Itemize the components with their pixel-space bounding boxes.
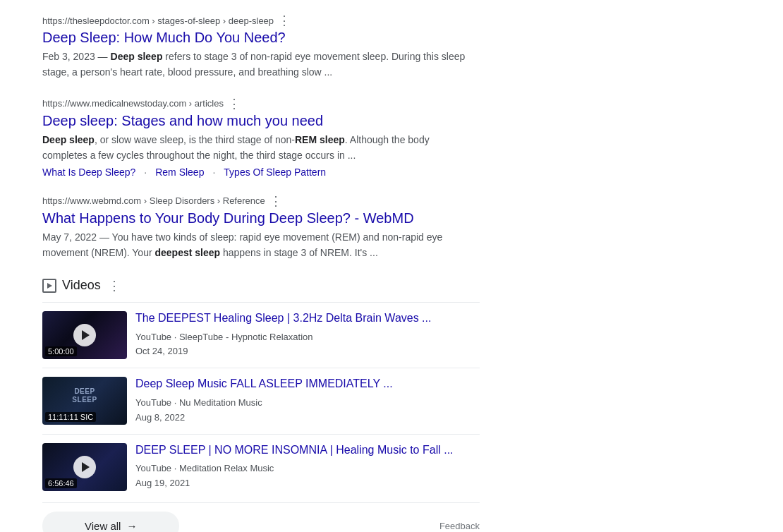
result-url: https://www.webmd.com › Sleep Disorders … — [42, 195, 265, 206]
play-button-icon[interactable] — [73, 456, 96, 478]
video-separator: · — [174, 397, 179, 408]
play-button-icon[interactable] — [73, 324, 96, 346]
video-source: YouTube — [135, 463, 171, 473]
video-thumbnail[interactable]: 6:56:46 — [42, 443, 127, 491]
video-title[interactable]: DEEP SLEEP | NO MORE INSOMNIA | Healing … — [135, 443, 480, 458]
video-title[interactable]: Deep Sleep Music FALL ASLEEP IMMEDIATELY… — [135, 377, 480, 392]
video-item: 5:00:00 The DEEPEST Healing Sleep | 3.2H… — [42, 302, 480, 368]
result-snippet: Deep sleep, or slow wave sleep, is the t… — [42, 133, 466, 164]
result-link-rem[interactable]: Rem Sleep — [155, 167, 204, 178]
result-url-row: https://www.webmd.com › Sleep Disorders … — [42, 195, 466, 207]
search-result: https://thesleepdoctor.com › stages-of-s… — [42, 14, 466, 80]
search-results-container: https://thesleepdoctor.com › stages-of-s… — [42, 14, 741, 532]
result-menu-icon[interactable]: ⋮ — [278, 14, 291, 27]
video-thumbnail[interactable]: 5:00:00 — [42, 311, 127, 359]
video-thumbnail[interactable]: DEEPSLEEP 11:11:11 SIC — [42, 377, 127, 425]
view-all-label: View all — [85, 520, 121, 532]
video-date: Aug 8, 2022 — [135, 412, 185, 423]
result-link-what-is[interactable]: What Is Deep Sleep? — [42, 167, 135, 178]
result-menu-icon[interactable]: ⋮ — [269, 195, 282, 207]
video-item: 6:56:46 DEEP SLEEP | NO MORE INSOMNIA | … — [42, 434, 480, 500]
videos-section-title: Videos — [62, 278, 101, 293]
video-date: Oct 24, 2019 — [135, 346, 188, 356]
result-title[interactable]: Deep sleep: Stages and how much you need — [42, 111, 466, 130]
view-all-button[interactable]: View all → — [42, 512, 179, 532]
search-result: https://www.medicalnewstoday.com › artic… — [42, 97, 466, 178]
video-duration: 6:56:46 — [45, 478, 77, 488]
feedback-link[interactable]: Feedback — [439, 521, 480, 531]
video-title[interactable]: The DEEPEST Healing Sleep | 3.2Hz Delta … — [135, 311, 480, 326]
view-all-row: View all → Feedback — [42, 502, 480, 532]
search-result: https://www.webmd.com › Sleep Disorders … — [42, 195, 466, 261]
video-duration: 5:00:00 — [45, 346, 77, 356]
result-url-row: https://www.medicalnewstoday.com › artic… — [42, 97, 466, 110]
videos-section: Videos ⋮ 5:00:00 The DEEPEST Healing Sle… — [42, 278, 480, 532]
result-title[interactable]: Deep Sleep: How Much Do You Need? — [42, 28, 466, 47]
result-url: https://www.medicalnewstoday.com › artic… — [42, 98, 224, 109]
result-menu-icon[interactable]: ⋮ — [228, 97, 241, 110]
video-info: DEEP SLEEP | NO MORE INSOMNIA | Healing … — [135, 443, 480, 491]
video-channel: Meditation Relax Music — [179, 463, 274, 473]
result-snippet: Feb 3, 2023 — Deep sleep refers to stage… — [42, 49, 466, 80]
video-source: YouTube — [135, 332, 171, 342]
video-source: YouTube — [135, 397, 171, 408]
video-separator: · — [174, 463, 179, 473]
video-meta: YouTube · Nu Meditation Music Aug 8, 202… — [135, 396, 480, 425]
video-separator: · — [174, 332, 179, 342]
video-meta: YouTube · SleepTube - Hypnotic Relaxatio… — [135, 330, 480, 360]
videos-menu-icon[interactable]: ⋮ — [108, 278, 121, 294]
result-title[interactable]: What Happens to Your Body During Deep Sl… — [42, 209, 466, 227]
video-info: The DEEPEST Healing Sleep | 3.2Hz Delta … — [135, 311, 480, 359]
result-url-row: https://thesleepdoctor.com › stages-of-s… — [42, 14, 466, 27]
video-play-icon — [42, 279, 56, 293]
result-snippet: May 7, 2022 — You have two kinds of slee… — [42, 230, 466, 261]
video-duration: 11:11:11 SIC — [45, 412, 96, 422]
video-item: DEEPSLEEP 11:11:11 SIC Deep Sleep Music … — [42, 368, 480, 433]
result-url: https://thesleepdoctor.com › stages-of-s… — [42, 16, 274, 26]
video-date: Aug 19, 2021 — [135, 478, 190, 488]
video-meta: YouTube · Meditation Relax Music Aug 19,… — [135, 461, 480, 491]
video-channel: SleepTube - Hypnotic Relaxation — [179, 332, 313, 342]
videos-header: Videos ⋮ — [42, 278, 480, 294]
video-thumb-label: DEEPSLEEP — [72, 387, 97, 404]
video-channel: Nu Meditation Music — [179, 397, 262, 408]
result-link-types[interactable]: Types Of Sleep Pattern — [224, 167, 326, 178]
result-links: What Is Deep Sleep? · Rem Sleep · Types … — [42, 167, 466, 178]
arrow-right-icon: → — [126, 520, 137, 532]
video-info: Deep Sleep Music FALL ASLEEP IMMEDIATELY… — [135, 377, 480, 425]
